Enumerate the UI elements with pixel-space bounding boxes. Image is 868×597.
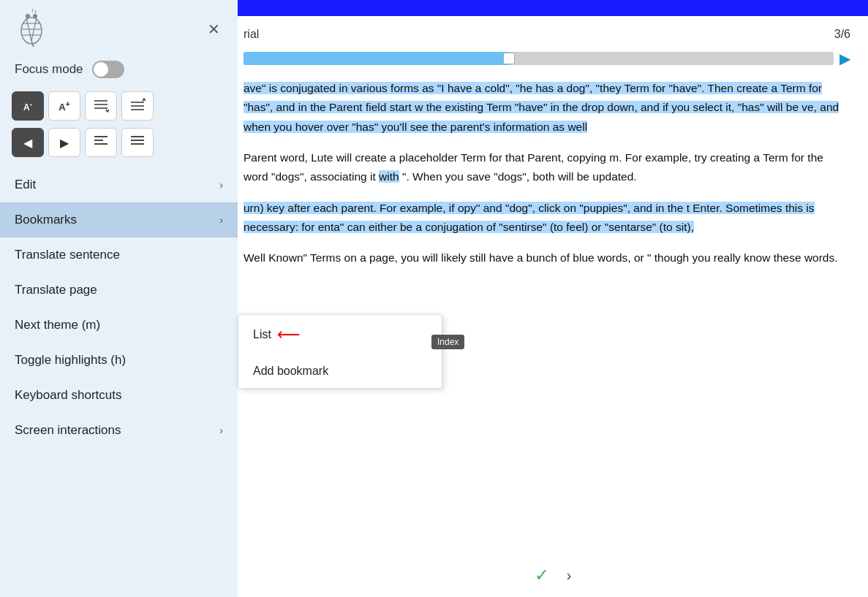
line-spacing-decrease-button[interactable] xyxy=(85,91,117,121)
align-left-button[interactable] xyxy=(85,128,117,157)
text-block-2: Parent word, Lute will create a placehol… xyxy=(244,148,850,187)
toggle-knob xyxy=(94,62,108,77)
main-content: rial 3/6 ▶ ave" is conjugated in various… xyxy=(238,0,868,597)
svg-point-8 xyxy=(33,14,37,18)
sidebar: ✕ Focus mode A- A+ ◀ ▶ xyxy=(0,0,238,597)
svg-line-6 xyxy=(31,41,34,47)
line-spacing-increase-icon xyxy=(129,98,146,115)
sidebar-item-edit[interactable]: Edit › xyxy=(0,167,238,202)
progress-next-icon[interactable]: ▶ xyxy=(839,50,850,67)
sidebar-item-translate-page[interactable]: Translate page xyxy=(0,273,238,308)
app-logo xyxy=(12,9,52,49)
focus-mode-row: Focus mode xyxy=(0,55,238,87)
prev-page-button[interactable]: ◀ xyxy=(12,128,44,157)
font-increase-button[interactable]: A+ xyxy=(48,91,80,121)
screen-interactions-label: Screen interactions xyxy=(15,423,121,438)
progress-bar-container: ▶ xyxy=(238,47,868,73)
translate-page-label: Translate page xyxy=(15,283,97,297)
check-button[interactable]: ✓ xyxy=(535,565,549,585)
toolbar-row-2: ◀ ▶ xyxy=(0,125,238,164)
progress-fill xyxy=(244,52,509,65)
line-spacing-decrease-icon xyxy=(93,98,109,115)
text-block-3: urn) key after each parent. For example,… xyxy=(244,199,850,237)
keyboard-shortcuts-label: Keyboard shortcuts xyxy=(15,388,121,403)
highlighted-text-1: ave" is conjugated in various forms as "… xyxy=(244,82,839,133)
sidebar-item-screen-interactions[interactable]: Screen interactions › xyxy=(0,413,238,448)
justify-button[interactable] xyxy=(121,128,154,157)
next-theme-label: Next theme (m) xyxy=(15,318,100,332)
justify-icon xyxy=(129,134,146,151)
screen-interactions-chevron: › xyxy=(219,425,223,436)
sidebar-header: ✕ xyxy=(0,0,238,55)
progress-bar[interactable] xyxy=(244,52,834,65)
bottom-nav: ✓ › xyxy=(238,556,868,597)
font-decrease-button[interactable]: A- xyxy=(12,91,44,121)
translate-sentence-label: Translate sentence xyxy=(15,248,120,262)
add-bookmark-label: Add bookmark xyxy=(253,365,328,378)
sidebar-item-next-theme[interactable]: Next theme (m) xyxy=(0,308,238,343)
toolbar-row-1: A- A+ xyxy=(0,87,238,125)
prev-icon: ◀ xyxy=(23,136,32,150)
top-bar xyxy=(238,0,868,16)
page-indicator: 3/6 xyxy=(834,28,850,41)
font-increase-icon: A+ xyxy=(59,99,70,113)
edit-chevron: › xyxy=(219,179,223,191)
text-block-4: Well Known" Terms on a page, you will li… xyxy=(244,248,850,267)
submenu-item-add-bookmark[interactable]: Add bookmark xyxy=(238,354,442,388)
highlighted-word-with: with xyxy=(379,170,399,183)
sidebar-item-keyboard-shortcuts[interactable]: Keyboard shortcuts xyxy=(0,378,238,413)
toggle-highlights-label: Toggle highlights (h) xyxy=(15,353,126,368)
next-button[interactable]: › xyxy=(567,567,572,584)
sidebar-item-translate-sentence[interactable]: Translate sentence xyxy=(0,237,238,273)
highlighted-text-3: urn) key after each parent. For example,… xyxy=(244,202,815,233)
focus-mode-toggle[interactable] xyxy=(92,61,124,78)
bookmarks-label: Bookmarks xyxy=(15,213,77,227)
next-icon: ▶ xyxy=(60,136,69,150)
line-spacing-increase-button[interactable] xyxy=(121,91,154,121)
content-header: rial 3/6 xyxy=(238,16,868,47)
font-decrease-icon: A- xyxy=(23,100,32,113)
index-badge: Index xyxy=(431,335,464,349)
edit-label: Edit xyxy=(15,178,36,192)
sidebar-item-bookmarks[interactable]: Bookmarks › xyxy=(0,202,238,237)
submenu-item-list[interactable]: List ⟵ xyxy=(238,315,442,354)
sidebar-menu: Edit › Bookmarks › Translate sentence Tr… xyxy=(0,167,238,448)
bookmarks-submenu: List ⟵ Add bookmark xyxy=(238,314,442,389)
align-left-icon xyxy=(93,134,109,151)
close-button[interactable]: ✕ xyxy=(202,18,226,41)
text-block-1: ave" is conjugated in various forms as "… xyxy=(244,79,850,137)
focus-mode-label: Focus mode xyxy=(15,62,83,77)
next-page-button[interactable]: ▶ xyxy=(48,128,80,157)
bookmarks-chevron: › xyxy=(219,214,223,226)
list-label: List xyxy=(253,328,271,341)
breadcrumb: rial xyxy=(244,28,259,41)
svg-point-7 xyxy=(26,14,30,18)
logo-area xyxy=(12,9,52,49)
list-arrow-icon: ⟵ xyxy=(277,325,301,344)
progress-knob xyxy=(503,53,515,64)
sidebar-item-toggle-highlights[interactable]: Toggle highlights (h) xyxy=(0,343,238,378)
